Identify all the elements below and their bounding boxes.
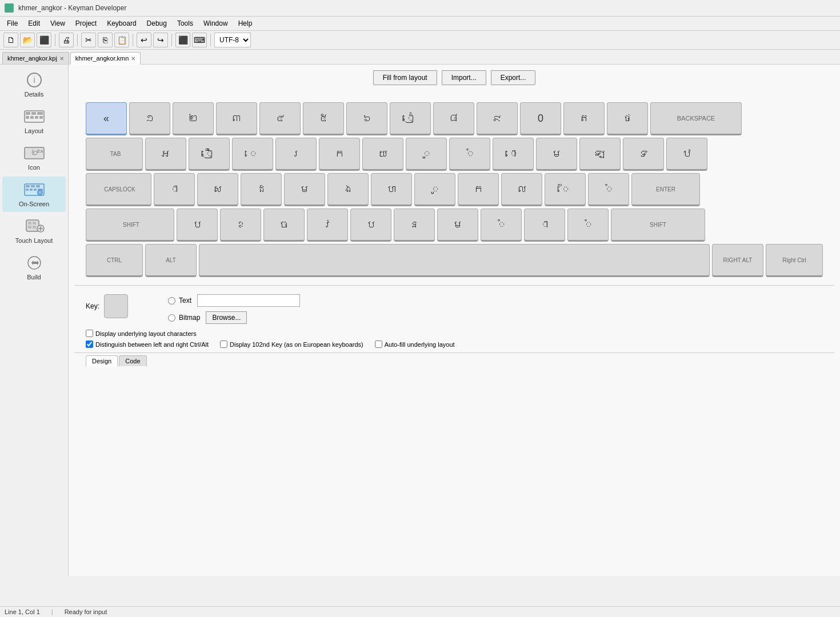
checkbox-display-102nd-input[interactable]	[220, 340, 227, 348]
key-k[interactable]: ក	[458, 173, 499, 206]
key-z[interactable]: ប	[177, 209, 218, 242]
key-d[interactable]: ដ	[241, 173, 282, 206]
tab-kpj[interactable]: khmer_angkor.kpj ✕	[2, 52, 69, 64]
key-tab[interactable]: TAB	[86, 138, 143, 171]
key-t[interactable]: ក	[319, 138, 360, 171]
key-3[interactable]: ៣	[216, 102, 257, 135]
key-2[interactable]: ២	[173, 102, 214, 135]
key-shift-left[interactable]: SHIFT	[86, 209, 174, 242]
key-9[interactable]: ៩	[477, 102, 518, 135]
keyboard-button[interactable]: ⌨	[192, 33, 207, 47]
key-equals[interactable]: ថ	[607, 102, 648, 135]
key-backspace[interactable]: BACKSPACE	[650, 102, 742, 135]
key-x[interactable]: ខ	[220, 209, 261, 242]
key-1[interactable]: ១	[129, 102, 170, 135]
key-ctrl-left[interactable]: CTRL	[86, 244, 143, 277]
key-semicolon[interactable]: ៃ	[545, 173, 586, 206]
redo-button[interactable]: ↪	[153, 33, 168, 47]
sidebar-item-build[interactable]: Build	[2, 250, 66, 285]
radio-text[interactable]	[168, 297, 175, 305]
menu-help[interactable]: Help	[234, 18, 257, 29]
menu-keyboard[interactable]: Keyboard	[102, 18, 141, 29]
export-button[interactable]: Export...	[491, 70, 536, 85]
checkbox-autofill-input[interactable]	[375, 340, 382, 348]
key-grave[interactable]: «	[86, 102, 127, 135]
sidebar-item-icon[interactable]: ២ 2:x Icon	[2, 140, 66, 175]
key-b[interactable]: ប	[350, 209, 391, 242]
key-minus[interactable]: ត	[563, 102, 605, 135]
key-right-alt[interactable]: RIGHT ALT	[712, 244, 763, 277]
key-o[interactable]: ោ	[493, 138, 534, 171]
new-button[interactable]: 🗋	[3, 33, 18, 47]
menu-window[interactable]: Window	[199, 18, 233, 29]
key-rbracket[interactable]: ទ	[623, 138, 664, 171]
sidebar-item-details[interactable]: i Details	[2, 67, 66, 102]
key-n[interactable]: ន	[394, 209, 435, 242]
key-l[interactable]: ល	[501, 173, 542, 206]
key-q[interactable]: អ	[145, 138, 186, 171]
radio-bitmap[interactable]	[168, 314, 175, 322]
menu-project[interactable]: Project	[71, 18, 101, 29]
checkbox-distinguish-ctrl-input[interactable]	[86, 340, 93, 348]
checkbox-display-underlying-input[interactable]	[86, 330, 93, 337]
key-p[interactable]: ម	[536, 138, 577, 171]
key-u[interactable]: ូ	[406, 138, 447, 171]
paste-button[interactable]: 📋	[114, 33, 129, 47]
open-button[interactable]: 📂	[20, 33, 35, 47]
menu-edit[interactable]: Edit	[23, 18, 45, 29]
key-0[interactable]: 0	[520, 102, 561, 135]
key-slash[interactable]: ំ	[567, 209, 609, 242]
encoding-select[interactable]: UTF-8 ANSI	[214, 33, 251, 47]
menu-view[interactable]: View	[46, 18, 70, 29]
key-s[interactable]: ស	[197, 173, 238, 206]
tab-code[interactable]: Code	[119, 355, 146, 366]
key-8[interactable]: ៨	[433, 102, 474, 135]
tab-design[interactable]: Design	[86, 355, 118, 366]
key-period[interactable]: ា	[524, 209, 565, 242]
key-comma[interactable]: ំ	[481, 209, 522, 242]
browse-button[interactable]: Browse...	[206, 311, 247, 324]
key-h[interactable]: ហ	[371, 173, 412, 206]
key-lbracket[interactable]: ឡ	[579, 138, 621, 171]
key-j[interactable]: ូ	[414, 173, 455, 206]
undo-button[interactable]: ↩	[137, 33, 151, 47]
key-6[interactable]: ៦	[346, 102, 387, 135]
tab-kmn[interactable]: khmer_angkor.kmn ✕	[70, 52, 141, 65]
key-space[interactable]	[199, 244, 710, 277]
copy-button[interactable]: ⎘	[98, 33, 113, 47]
key-5[interactable]: ៥	[303, 102, 344, 135]
tab-kpj-close[interactable]: ✕	[59, 55, 64, 62]
close-button[interactable]: ⬛	[37, 33, 51, 47]
key-right-ctrl[interactable]: Right Ctrl	[766, 244, 823, 277]
key-c[interactable]: ច	[263, 209, 305, 242]
fill-from-layout-button[interactable]: Fill from layout	[373, 70, 437, 85]
key-g[interactable]: ង	[327, 173, 369, 206]
key-y[interactable]: យ	[362, 138, 403, 171]
key-w[interactable]: ឿ	[189, 138, 230, 171]
key-4[interactable]: ៤	[259, 102, 301, 135]
key-enter[interactable]: ENTER	[631, 173, 700, 206]
key-i[interactable]: ំ	[449, 138, 490, 171]
key-shift-right[interactable]: SHIFT	[611, 209, 705, 242]
debug-button[interactable]: ⬛	[175, 33, 190, 47]
key-quote[interactable]: ំ	[588, 173, 629, 206]
print-button[interactable]: 🖨	[59, 33, 74, 47]
key-alt-left[interactable]: ALT	[145, 244, 197, 277]
sidebar-item-layout[interactable]: Layout	[2, 103, 66, 139]
key-a[interactable]: ា	[154, 173, 195, 206]
key-v[interactable]: វ	[307, 209, 348, 242]
sidebar-item-touchlayout[interactable]: Touch Layout	[2, 213, 66, 249]
text-input[interactable]	[197, 294, 300, 307]
menu-tools[interactable]: Tools	[173, 18, 198, 29]
key-7[interactable]: ៀ	[390, 102, 431, 135]
key-caps[interactable]: CAPSLOCK	[86, 173, 151, 206]
import-button[interactable]: Import...	[442, 70, 486, 85]
key-backslash[interactable]: ឋ	[666, 138, 707, 171]
sidebar-item-onscreen[interactable]: On-Screen	[2, 177, 66, 212]
key-m[interactable]: ម	[437, 209, 478, 242]
key-e[interactable]: េ	[232, 138, 273, 171]
cut-button[interactable]: ✂	[81, 33, 96, 47]
menu-debug[interactable]: Debug	[142, 18, 171, 29]
menu-file[interactable]: File	[2, 18, 22, 29]
tab-kmn-close[interactable]: ✕	[131, 55, 135, 62]
